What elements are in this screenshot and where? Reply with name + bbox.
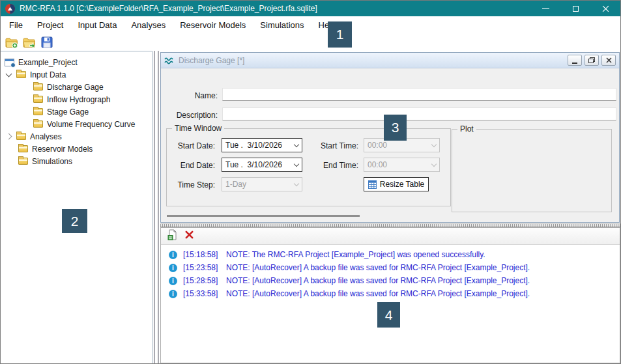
log-text: NOTE: [AutoRecover] A backup file was sa… [226, 263, 530, 272]
tree-item-discharge-gage[interactable]: Discharge Gage [1, 81, 152, 93]
menu-input-data[interactable]: Input Data [70, 17, 124, 33]
tree-root-label: Example_Project [18, 58, 78, 67]
tree-item-label: Analyses [30, 132, 62, 141]
export-messages-icon[interactable] [167, 229, 178, 243]
log-text: NOTE: The RMC-RFA Project [Example_Proje… [226, 250, 485, 259]
plot-group: Plot [452, 129, 612, 212]
menu-bar: File Project Input Data Analyses Reservo… [1, 16, 620, 34]
log-text: NOTE: [AutoRecover] A backup file was sa… [226, 276, 530, 285]
tree-item-label: Inflow Hydrograph [47, 95, 110, 104]
info-icon: i [169, 277, 177, 285]
horizontal-scrollbar-thumb[interactable] [167, 215, 360, 217]
name-field[interactable] [222, 88, 616, 101]
end-date-select[interactable]: Tue . 3/10/2026 [222, 158, 302, 172]
doc-content: Name: Description: Time Window Start Dat… [161, 68, 619, 221]
save-icon[interactable] [40, 36, 53, 49]
end-date-label: End Date: [168, 161, 215, 170]
description-field[interactable] [222, 107, 616, 120]
annotation-badge-4: 4 [377, 302, 400, 328]
tree-item-analyses[interactable]: Analyses [1, 130, 152, 143]
project-icon [5, 59, 14, 66]
time-step-value: 1-Day [225, 180, 246, 189]
name-label: Name: [174, 91, 218, 100]
tree-item-label: Discharge Gage [47, 83, 104, 92]
table-icon [368, 180, 377, 189]
chevron-down-icon [431, 161, 437, 166]
annotation-badge-2: 2 [62, 209, 87, 233]
end-time-value: 00:00 [368, 160, 387, 169]
tree-root-project[interactable]: Example_Project [1, 56, 152, 68]
folder-icon [33, 96, 43, 103]
doc-minimize-icon[interactable] [568, 55, 582, 66]
resize-table-label: Resize Table [380, 180, 424, 189]
plot-title: Plot [457, 124, 476, 133]
menu-simulations[interactable]: Simulations [253, 17, 311, 33]
description-label: Description: [166, 111, 218, 120]
menu-project[interactable]: Project [30, 17, 70, 33]
time-window-group: Time Window Start Date: Tue . 3/10/2026 … [166, 128, 451, 206]
log-text: NOTE: [AutoRecover] A backup file was sa… [226, 289, 530, 298]
message-panel: i [15:18:58] NOTE: The RMC-RFA Project [… [160, 227, 620, 363]
window-title: RMC-RFA 1.1.0 [C:\ExampleFolder\RFA_Exam… [20, 4, 317, 13]
start-date-value: Tue . 3/10/2026 [225, 141, 282, 150]
chevron-down-icon[interactable] [6, 70, 12, 77]
close-icon[interactable] [590, 1, 620, 16]
minimize-icon[interactable] [530, 1, 560, 16]
folder-icon [18, 158, 28, 165]
tree-item-label: Stage Gage [47, 107, 89, 117]
app-window: RMC-RFA 1.1.0 [C:\ExampleFolder\RFA_Exam… [0, 0, 621, 364]
log-row: i [15:23:58] NOTE: [AutoRecover] A backu… [161, 261, 620, 274]
open-project-folder-icon[interactable] [23, 36, 36, 49]
chevron-right-icon[interactable] [6, 133, 12, 140]
tree-item-volume-frequency-curve[interactable]: Volume Frequency Curve [1, 118, 152, 130]
main-toolbar [1, 34, 620, 51]
discharge-gage-icon [164, 56, 175, 65]
end-time-label: End Time: [315, 161, 358, 170]
time-step-label: Time Step: [168, 180, 215, 189]
doc-title-bar[interactable]: Discharge Gage [*] [161, 53, 619, 68]
vertical-splitter[interactable] [152, 51, 160, 363]
log-timestamp: [15:33:58] [183, 289, 222, 298]
tree-item-input-data[interactable]: Input Data [1, 68, 152, 81]
log-row: i [15:33:58] NOTE: [AutoRecover] A backu… [161, 287, 620, 300]
folder-icon [33, 83, 43, 91]
chevron-down-icon [431, 141, 437, 147]
title-bar: RMC-RFA 1.1.0 [C:\ExampleFolder\RFA_Exam… [1, 1, 620, 16]
tree-item-inflow-hydrograph[interactable]: Inflow Hydrograph [1, 93, 152, 105]
folder-icon [16, 71, 26, 78]
resize-table-button[interactable]: Resize Table [364, 177, 429, 191]
maximize-icon[interactable] [560, 1, 590, 16]
tree-item-stage-gage[interactable]: Stage Gage [1, 105, 152, 118]
tree-item-simulations[interactable]: Simulations [1, 155, 152, 167]
new-project-folder-icon[interactable] [5, 36, 18, 49]
tree-item-label: Input Data [30, 70, 66, 79]
folder-icon [33, 120, 43, 128]
annotation-badge-1: 1 [328, 21, 352, 48]
info-icon: i [169, 290, 177, 298]
doc-restore-icon[interactable] [585, 55, 599, 66]
main-area: Example_Project Input Data Discharge Gag… [1, 51, 620, 363]
window-controls [530, 1, 620, 16]
chevron-down-icon [294, 180, 299, 186]
app-logo-icon [5, 4, 15, 14]
tree-item-reservoir-models[interactable]: Reservoir Models [1, 143, 152, 155]
doc-close-icon[interactable] [601, 55, 616, 66]
menu-analyses[interactable]: Analyses [124, 17, 173, 33]
menu-file[interactable]: File [2, 17, 30, 33]
chevron-down-icon [294, 141, 299, 147]
folder-icon [33, 108, 43, 115]
menu-reservoir-models[interactable]: Reservoir Models [173, 17, 253, 33]
start-date-select[interactable]: Tue . 3/10/2026 [222, 138, 302, 152]
tree-item-label: Simulations [32, 157, 72, 166]
info-icon: i [169, 251, 177, 259]
annotation-badge-3: 3 [384, 115, 407, 141]
log-row: i [15:18:58] NOTE: The RMC-RFA Project [… [161, 248, 620, 261]
tree-item-label: Volume Frequency Curve [47, 120, 135, 129]
end-time-select: 00:00 [364, 158, 440, 172]
message-toolbar [161, 228, 620, 245]
start-time-label: Start Time: [315, 141, 358, 150]
log-timestamp: [15:18:58] [183, 250, 222, 259]
info-icon: i [169, 264, 177, 272]
clear-messages-icon[interactable] [184, 230, 194, 242]
log-row: i [15:28:58] NOTE: [AutoRecover] A backu… [161, 274, 620, 287]
